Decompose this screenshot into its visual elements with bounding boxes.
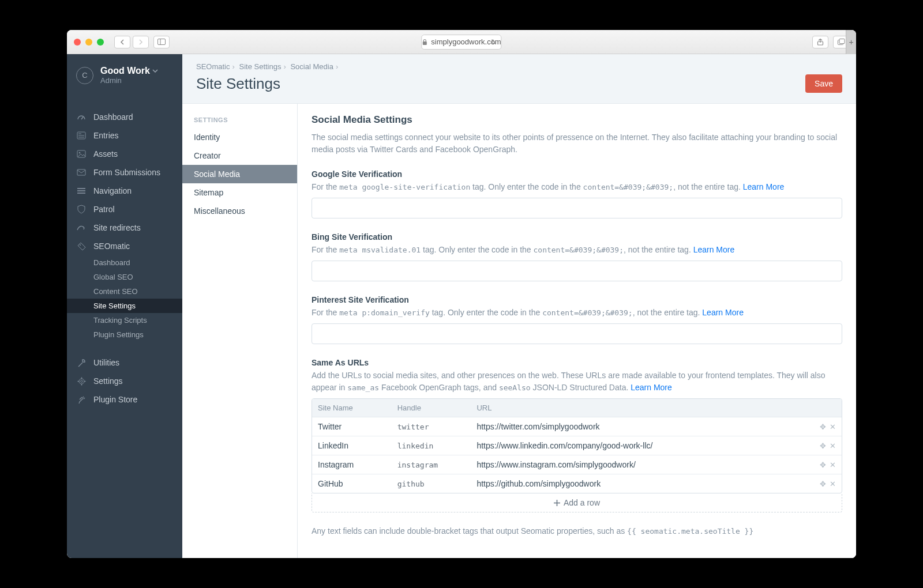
close-window-icon[interactable] (74, 39, 81, 46)
cell-site[interactable]: Twitter (312, 417, 392, 436)
learn-more-link[interactable]: Learn More (693, 245, 735, 254)
intro-text: The social media settings connect your w… (312, 131, 842, 156)
cell-handle[interactable]: twitter (392, 417, 471, 436)
field-label: Bing Site Verification (312, 232, 842, 242)
add-row-button[interactable]: Add a row (312, 493, 842, 512)
field-google-verification: Google Site Verification For the meta go… (312, 169, 842, 218)
move-icon[interactable]: ✥ (820, 461, 826, 469)
back-button[interactable] (114, 36, 130, 48)
col-site: Site Name (312, 399, 392, 417)
cell-url[interactable]: https://github.com/simplygoodwork (471, 474, 813, 493)
sidebar-toggle-button[interactable] (153, 36, 170, 48)
google-verification-input[interactable] (312, 198, 842, 218)
section-title: Social Media Settings (312, 114, 842, 126)
content: Social Media Settings The social media s… (298, 104, 856, 558)
cell-url[interactable]: https://www.instagram.com/simplygoodwork… (471, 455, 813, 474)
sidebar-item-label: Assets (93, 149, 118, 159)
sidebar-sub-dashboard[interactable]: Dashboard (67, 255, 182, 270)
field-hint: Add the URLs to social media sites, and … (312, 370, 842, 394)
cell-url[interactable]: https://twitter.com/simplygoodwork (471, 417, 813, 436)
gauge-icon (76, 112, 87, 122)
settings-nav-label: Sitemap (194, 188, 223, 197)
cell-handle[interactable]: linkedin (392, 436, 471, 455)
settings-nav-creator[interactable]: Creator (182, 146, 297, 165)
cell-site[interactable]: LinkedIn (312, 436, 392, 455)
add-row-label: Add a row (564, 498, 600, 507)
save-button[interactable]: Save (805, 74, 842, 93)
sidebar-item-utilities[interactable]: Utilities (67, 353, 182, 372)
crumb-0[interactable]: SEOmatic (196, 62, 230, 71)
field-label: Pinterest Site Verification (312, 295, 842, 304)
sidebar-item-entries[interactable]: Entries (67, 126, 182, 145)
sidebar-item-patrol[interactable]: Patrol (67, 200, 182, 218)
delete-icon[interactable]: ✕ (830, 480, 836, 488)
plug-icon (76, 394, 87, 405)
move-icon[interactable]: ✥ (820, 423, 826, 431)
sidebar-item-settings[interactable]: Settings (67, 372, 182, 390)
sidebar-item-dashboard[interactable]: Dashboard (67, 108, 182, 126)
same-as-table: Site Name Handle URL Twitter (312, 398, 842, 493)
sidebar-item-seomatic[interactable]: SEOmatic (67, 237, 182, 255)
settings-nav-social[interactable]: Social Media (182, 165, 297, 183)
move-icon[interactable]: ✥ (820, 442, 826, 450)
cell-site[interactable]: GitHub (312, 474, 392, 493)
shield-icon (76, 204, 87, 214)
delete-icon[interactable]: ✕ (830, 461, 836, 469)
sidebar-item-navigation[interactable]: Navigation (67, 182, 182, 200)
new-tab-button[interactable]: + (846, 30, 856, 54)
svg-rect-0 (158, 39, 166, 45)
sidebar-item-assets[interactable]: Assets (67, 145, 182, 163)
sidebar-item-label: Patrol (93, 205, 115, 214)
sidebar-sub-site-settings[interactable]: Site Settings (67, 299, 182, 313)
minimize-window-icon[interactable] (85, 39, 92, 46)
delete-icon[interactable]: ✕ (830, 423, 836, 431)
cell-site[interactable]: Instagram (312, 455, 392, 474)
cell-handle[interactable]: github (392, 474, 471, 493)
content-wrap: SETTINGS Identity Creator Social Media S… (182, 103, 856, 558)
breadcrumb: SEOmatic› Site Settings› Social Media› (196, 62, 842, 71)
redirect-icon (76, 223, 87, 233)
cell-handle[interactable]: instagram (392, 455, 471, 474)
learn-more-link[interactable]: Learn More (631, 383, 672, 392)
sidebar-sub-label: Global SEO (93, 273, 133, 281)
learn-more-link[interactable]: Learn More (702, 308, 744, 317)
user-role: Admin (100, 76, 158, 85)
settings-nav-identity[interactable]: Identity (182, 128, 297, 146)
bing-verification-input[interactable] (312, 261, 842, 281)
forward-button[interactable] (133, 36, 149, 48)
bars-icon (76, 186, 87, 196)
topbar: SEOmatic› Site Settings› Social Media› S… (182, 54, 856, 103)
sidebar-item-redirects[interactable]: Site redirects (67, 218, 182, 237)
url-bar[interactable]: simplygoodwork.com ↻ (421, 35, 501, 50)
field-hint: For the meta msvalidate.01 tag. Only ent… (312, 244, 842, 256)
chevron-down-icon (152, 69, 158, 73)
settings-nav-misc[interactable]: Miscellaneous (182, 202, 297, 220)
col-handle: Handle (392, 399, 471, 417)
pinterest-verification-input[interactable] (312, 323, 842, 344)
sidebar-item-forms[interactable]: Form Submissions (67, 163, 182, 182)
move-icon[interactable]: ✥ (820, 480, 826, 488)
site-name-label: Good Work (100, 66, 150, 76)
envelope-icon (76, 167, 87, 178)
delete-icon[interactable]: ✕ (830, 442, 836, 450)
cell-url[interactable]: https://www.linkedin.com/company/good-wo… (471, 436, 813, 455)
maximize-window-icon[interactable] (97, 39, 104, 46)
sidebar-sub-global-seo[interactable]: Global SEO (67, 270, 182, 284)
tag-icon (76, 241, 87, 251)
sidebar: C Good Work Admin Dashboard Entries Asse… (67, 54, 182, 558)
sidebar-sub-plugin-settings[interactable]: Plugin Settings (67, 327, 182, 342)
settings-nav-sitemap[interactable]: Sitemap (182, 183, 297, 202)
crumb-1[interactable]: Site Settings (239, 62, 281, 71)
site-switcher[interactable]: Good Work (100, 66, 158, 76)
nav-buttons (114, 36, 149, 48)
share-button[interactable] (812, 36, 828, 48)
sidebar-sub-content-seo[interactable]: Content SEO (67, 284, 182, 299)
sidebar-item-plugin-store[interactable]: Plugin Store (67, 390, 182, 409)
sidebar-item-label: Navigation (93, 186, 132, 195)
sidebar-sub-tracking[interactable]: Tracking Scripts (67, 313, 182, 327)
reload-icon[interactable]: ↻ (491, 38, 497, 46)
crumb-2[interactable]: Social Media (290, 62, 333, 71)
learn-more-link[interactable]: Learn More (743, 182, 785, 191)
field-hint: For the meta p:domain_verify tag. Only e… (312, 307, 842, 319)
settings-nav-label: Identity (194, 133, 220, 142)
